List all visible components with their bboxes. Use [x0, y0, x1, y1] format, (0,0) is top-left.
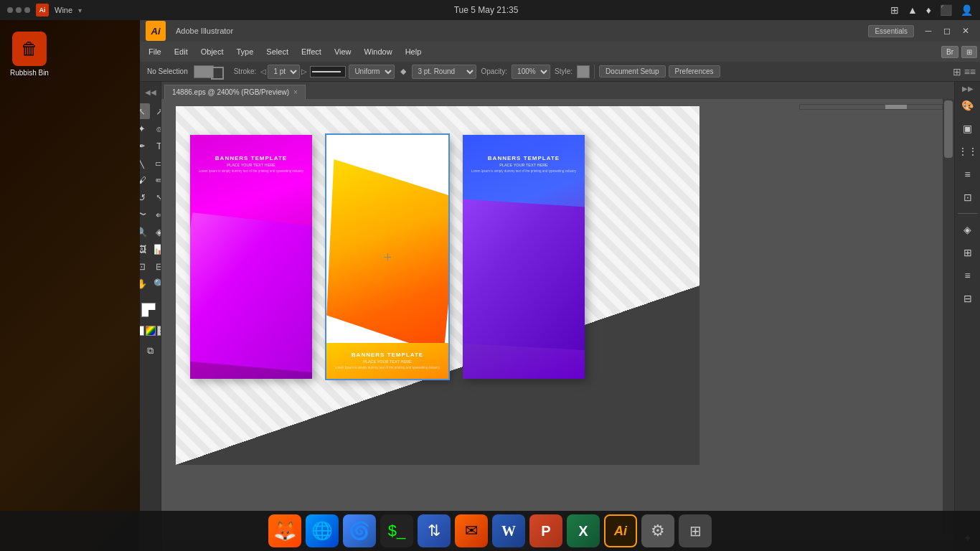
taskbar-chromium[interactable]: 🌀 [343, 514, 376, 547]
menu-effect[interactable]: Effect [296, 45, 327, 58]
symbol-sprayer-tool[interactable]: 🖼 [140, 241, 150, 257]
taskbar-powerpoint[interactable]: P [529, 514, 562, 547]
taskbar-mail[interactable]: ✉ [455, 514, 488, 547]
user-icon: 👤 [961, 4, 973, 16]
rubbish-bin-icon[interactable]: 🗑 Rubbish Bin [7, 29, 52, 80]
zoom-tools: ✋ 🔍 [140, 276, 161, 291]
properties-panel-icon[interactable]: ◈ [958, 220, 978, 240]
banner-card-2[interactable]: BANNERS TEMPLATE PLACE YOUR TEXT HERE Lo… [326, 135, 448, 379]
taskbar-terminal[interactable]: $_ [380, 514, 413, 547]
canvas-viewport[interactable]: BANNERS TEMPLATE PLACE YOUR TEXT HERE Lo… [161, 99, 943, 534]
column-graph-tool[interactable]: 📊 [151, 241, 161, 257]
document-tab[interactable]: 14886.eps @ 2400% (RGB/Preview) × [164, 85, 306, 99]
artboards-panel-icon[interactable]: ⊡ [958, 187, 978, 207]
rotate-tool[interactable]: ↺ [140, 189, 150, 205]
scale-tool[interactable]: ⤡ [151, 189, 161, 205]
terminal-icon: $_ [388, 522, 405, 540]
taskbar-excel[interactable]: X [567, 514, 600, 547]
opacity-select[interactable]: 100% [512, 65, 550, 79]
type-tool[interactable]: T [151, 138, 161, 154]
card3-subtitle: PLACE YOUR TEXT HERE [468, 163, 579, 167]
panel-toggle-icon[interactable]: ⊞ [953, 66, 961, 77]
style-swatch[interactable] [577, 65, 590, 78]
magic-tools: ✦ ⌾ [140, 121, 161, 136]
stroke-width-select[interactable]: 1 pt [268, 65, 300, 79]
blend-tool[interactable]: ◈ [151, 224, 161, 240]
stroke-minus[interactable]: ◁ [260, 67, 266, 75]
eyedropper-tool[interactable]: 🔍 [140, 224, 150, 240]
preferences-button[interactable]: Preferences [669, 65, 720, 77]
close-button[interactable]: ✕ [957, 24, 974, 37]
menu-window[interactable]: Window [359, 45, 398, 58]
left-toolbar-collapse[interactable]: ◀◀ [143, 85, 158, 99]
menu-object[interactable]: Object [195, 45, 230, 58]
minimize-button[interactable]: ─ [920, 24, 937, 37]
taskbar-illustrator[interactable]: Ai [604, 514, 637, 547]
menu-file[interactable]: File [143, 45, 167, 58]
magic-wand-tool[interactable]: ✦ [140, 121, 150, 136]
doc-setup-button[interactable]: Document Setup [599, 65, 666, 77]
layers-icon[interactable]: ⧉ [142, 343, 159, 359]
color-panel-icon[interactable]: 🎨 [958, 95, 978, 116]
stroke-plus[interactable]: ▷ [301, 67, 307, 75]
stroke-round-select[interactable]: 3 pt. Round [412, 65, 476, 79]
hand-tool[interactable]: ✋ [140, 276, 150, 291]
right-panel-collapse[interactable]: ▶▶ [962, 85, 974, 93]
vertical-scrollbar-thumb[interactable] [944, 100, 953, 158]
stroke-swatch[interactable] [211, 67, 224, 80]
system-bar-dots [7, 7, 30, 13]
vertical-scrollbar[interactable] [943, 99, 954, 534]
essentials-button[interactable]: Essentials [868, 25, 914, 37]
slice-tool[interactable]: ⊟ [151, 258, 161, 274]
pencil-tool[interactable]: ✏ [151, 172, 161, 188]
layers-panel-icon[interactable]: ≡ [958, 164, 978, 184]
status-scroll-thumb[interactable] [885, 105, 907, 109]
pathfinder-panel-icon[interactable]: ⊟ [958, 288, 978, 309]
brushes-panel-icon[interactable]: ⋮⋮ [958, 141, 978, 161]
taskbar-network[interactable]: ⇅ [418, 514, 451, 547]
swatches-panel-icon[interactable]: ▣ [958, 118, 978, 138]
warp-tools: 〜 ⇔ [140, 207, 161, 222]
taskbar-word[interactable]: W [492, 514, 525, 547]
taskbar-firefox[interactable]: 🦊 [268, 514, 301, 547]
taskbar-browser[interactable]: 🌐 [306, 514, 339, 547]
taskbar-apps[interactable]: ⊞ [679, 514, 712, 547]
banner-card-1[interactable]: BANNERS TEMPLATE PLACE YOUR TEXT HERE Lo… [190, 135, 312, 379]
panel-options-icon[interactable]: ≡≡ [964, 66, 976, 77]
system-bar-chevron[interactable]: ▾ [78, 6, 82, 14]
banner-card-3[interactable]: BANNERS TEMPLATE PLACE YOUR TEXT HERE Lo… [463, 135, 585, 379]
card3-title: BANNERS TEMPLATE [468, 155, 579, 161]
wine-icon[interactable]: Ai [36, 4, 49, 17]
maximize-button[interactable]: ◻ [938, 24, 956, 37]
card1-body: Lorem Ipsum is simply dummy text of the … [196, 169, 306, 174]
layers-button[interactable]: ⧉ [142, 343, 159, 359]
transform-panel-icon[interactable]: ⊞ [958, 242, 978, 263]
none-button[interactable] [140, 326, 144, 336]
br-button[interactable]: Br [941, 46, 958, 58]
align-panel-icon[interactable]: ≡ [958, 265, 978, 286]
line-tool[interactable]: ╲ [140, 155, 150, 171]
artboard-tool[interactable]: ⊡ [140, 258, 150, 274]
width-tool[interactable]: ⇔ [151, 207, 161, 222]
lasso-tool[interactable]: ⌾ [151, 121, 161, 136]
stroke-uniform-select[interactable]: Uniform [349, 65, 395, 79]
workspace-button[interactable]: ⊞ [961, 46, 977, 58]
menu-edit[interactable]: Edit [169, 45, 194, 58]
selection-tool[interactable]: ↖ [140, 103, 150, 119]
zoom-tool[interactable]: 🔍 [151, 276, 161, 291]
direct-select-tool[interactable]: ↗ [151, 103, 161, 119]
menu-select[interactable]: Select [260, 45, 294, 58]
pen-tool[interactable]: ✒ [140, 138, 150, 154]
menu-type[interactable]: Type [231, 45, 260, 58]
menu-view[interactable]: View [329, 45, 357, 58]
taskbar-settings[interactable]: ⚙ [641, 514, 674, 547]
rect-tool[interactable]: ▭ [151, 155, 161, 171]
stroke-indicator[interactable] [149, 310, 160, 321]
status-scrollbar[interactable] [799, 104, 943, 110]
tab-close-button[interactable]: × [293, 88, 298, 96]
warp-tool[interactable]: 〜 [140, 207, 150, 222]
menu-help[interactable]: Help [400, 45, 428, 58]
gradient-button[interactable] [146, 326, 156, 336]
paintbrush-tool[interactable]: 🖌 [140, 172, 150, 188]
opacity-label: Opacity: [479, 67, 509, 75]
